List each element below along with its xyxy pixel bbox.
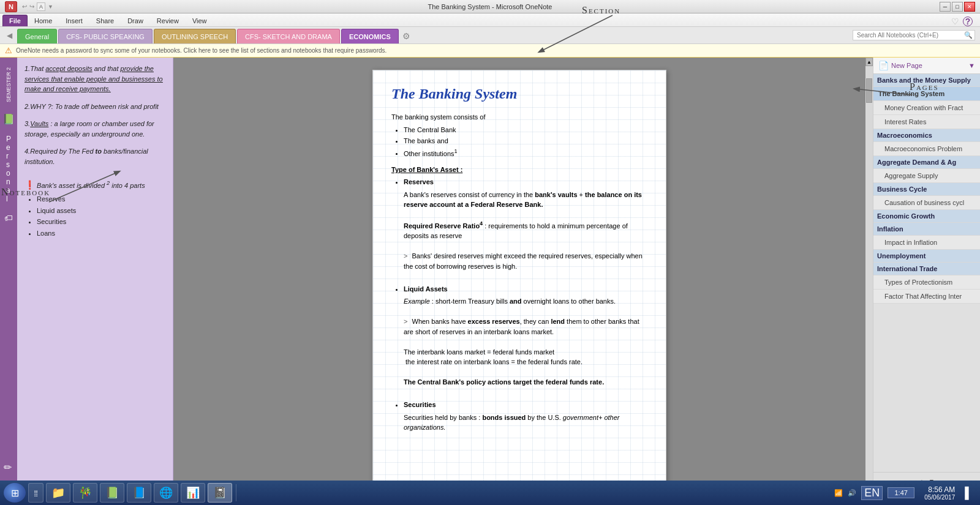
page-inflation[interactable]: Inflation [873, 223, 980, 236]
new-page-icon: 📄 [878, 61, 889, 70]
undo-btn[interactable]: ↩ [22, 3, 27, 10]
intro-item-other: Other institutions1 [404, 148, 647, 159]
taskbar-evernote[interactable]: 🎋 [73, 483, 97, 503]
content-area[interactable]: The Banking System The banking system co… [173, 58, 865, 490]
tab-review[interactable]: Review [150, 15, 186, 26]
page-banking-system[interactable]: The Banking System [873, 87, 980, 101]
personal-label[interactable]: Personal [6, 135, 11, 203]
volume-icon: 🔊 [848, 489, 856, 496]
section-tab-economics[interactable]: ECONOMICS [341, 29, 399, 43]
page-unemployment[interactable]: Unemployment [873, 250, 980, 263]
taskbar-word[interactable]: 📘 [127, 483, 151, 503]
start-button[interactable] [4, 483, 26, 503]
page-content: The Banking System The banking system co… [391, 83, 647, 433]
asset-section: Type of Bank's Asset : Reserves A bank's… [391, 165, 647, 433]
add-section-btn[interactable]: ⚙ [400, 29, 413, 43]
redo-btn[interactable]: ↪ [29, 3, 34, 10]
file-explorer-icon: 📁 [51, 486, 65, 499]
onenote-icon: 📓 [213, 486, 227, 499]
excess-reserves: > When banks have excess reserves, they … [404, 316, 647, 337]
page-money-creation[interactable]: Money Creation with Fract [873, 101, 980, 115]
title-bar: N ↩ ↪ A ▼ The Banking System - Microsoft… [0, 0, 980, 13]
page-aggregate-demand[interactable]: Aggregate Demand & Ag [873, 156, 980, 169]
note-text-5: Bank's asset is divided 2 into 4 parts [37, 182, 145, 189]
taskbar-excel[interactable]: 📗 [100, 483, 124, 503]
page-economic-growth[interactable]: Economic Growth [873, 210, 980, 223]
ime-indicator[interactable]: 1:47 [888, 487, 914, 498]
nav-prev-btn[interactable]: ◀ [2, 29, 16, 43]
page-impact-inflation[interactable]: Impact in Inflation [873, 236, 980, 250]
notification-bar[interactable]: ⚠ OneNote needs a password to sync some … [0, 44, 980, 58]
tab-home[interactable]: Home [28, 15, 59, 26]
scroll-thumb[interactable] [866, 78, 872, 103]
liquid-example: Example : short-term Treasury bills and … [404, 296, 647, 307]
section-tabs: ◀ General CFS- PUBLIC SPEAKING OUTLINING… [0, 27, 980, 44]
note-text-4: 4.Required by The Fed to banks/financial… [24, 148, 148, 165]
section-tab-general[interactable]: General [17, 29, 57, 43]
help-icon[interactable]: ? [963, 17, 973, 26]
page-business-cycle[interactable]: Business Cycle [873, 183, 980, 196]
page-macro-problem[interactable]: Macroeconomics Problem [873, 142, 980, 156]
quick-format-btn[interactable]: A [37, 2, 45, 11]
page-banks-money[interactable]: Banks and the Money Supply [873, 74, 980, 87]
taskbar-grip[interactable]: ⣿ [28, 483, 43, 503]
minimize-btn[interactable]: ─ [940, 2, 951, 12]
tag-icon[interactable]: 🏷 [4, 213, 13, 223]
chrome-icon: 🌐 [159, 486, 173, 499]
search-icon: 🔍 [964, 31, 973, 39]
tab-view[interactable]: View [186, 15, 214, 26]
intro-list: The Central Bank The banks and Other ins… [391, 125, 647, 159]
page-protectionism[interactable]: Types of Protectionism [873, 275, 980, 290]
language-indicator[interactable]: EN [861, 486, 883, 500]
securities-text: Securities held by banks : bonds issued … [404, 413, 647, 433]
tab-draw[interactable]: Draw [121, 15, 150, 26]
taskbar-file-explorer[interactable]: 📁 [46, 483, 70, 503]
intro-text: The banking system consists of [391, 113, 485, 121]
maximize-btn[interactable]: □ [952, 2, 963, 12]
assets-item-securities: Securities [37, 217, 165, 227]
page-macroeconomics[interactable]: Macroeconomics [873, 129, 980, 142]
close-btn[interactable]: ✕ [964, 2, 975, 12]
page-interest-rates[interactable]: Interest Rates [873, 115, 980, 129]
taskbar-onenote[interactable]: 📓 [208, 483, 232, 503]
page-title: The Banking System [391, 83, 647, 105]
assets-item-liquid: Liquid assets [37, 206, 165, 216]
search-input[interactable] [853, 30, 975, 40]
intro-item-central: The Central Bank [404, 125, 647, 135]
page-causation[interactable]: Causation of business cycl [873, 196, 980, 210]
taskbar-chrome[interactable]: 🌐 [154, 483, 178, 503]
page-international-trade[interactable]: International Trade [873, 263, 980, 275]
reserves-header: Reserves [404, 177, 647, 187]
notebook-icon[interactable]: 📗 [2, 113, 15, 125]
tab-insert[interactable]: Insert [59, 15, 89, 26]
section-tab-public-speaking[interactable]: CFS- PUBLIC SPEAKING [58, 29, 153, 43]
main-layout: SEMESTER 2 📗 Personal 🏷 ✏ 1.That accept … [0, 58, 980, 490]
semester-label[interactable]: SEMESTER 2 [4, 64, 13, 106]
page-aggregate-supply[interactable]: Aggregate Supply [873, 169, 980, 183]
section-tab-outlining[interactable]: OUTLINING SPEECH [154, 29, 236, 43]
intro-item-banks: The banks and [404, 136, 647, 146]
quick-toolbar-dropdown[interactable]: ▼ [48, 4, 53, 10]
edit-icon[interactable]: ✏ [4, 462, 12, 473]
evernote-icon: 🎋 [78, 486, 92, 499]
assets-list: Reserves Liquid assets Securities Loans [24, 194, 165, 238]
note-item-4: 4.Required by The Fed to banks/financial… [24, 146, 165, 166]
scroll-track[interactable] [865, 66, 873, 482]
note-text-2: 2.WHY ?: To trade off between risk and p… [24, 103, 159, 110]
desired-reserves: > Banks' desired reserves might exceed t… [404, 251, 647, 271]
page-factor-affecting[interactable]: Factor That Affecting Inter [873, 290, 980, 304]
new-page-btn[interactable]: 📄 New Page ▼ [873, 58, 980, 74]
section-tab-sketch[interactable]: CFS- SKETCH AND DRAMA [237, 29, 340, 43]
note-text-3: 3.Vaults : a large room or chamber used … [24, 120, 154, 138]
tab-file[interactable]: File [2, 15, 28, 26]
scroll-up-btn[interactable]: ▲ [865, 58, 873, 66]
asset-types: Reserves [391, 177, 647, 187]
liquid-assets-item: Liquid Assets [404, 284, 647, 294]
v-scrollbar[interactable]: ▲ ▼ [865, 58, 873, 490]
tab-share[interactable]: Share [89, 15, 121, 26]
left-sidebar: SEMESTER 2 📗 Personal 🏷 ✏ [0, 58, 17, 490]
central-bank-target: The Central Bank's policy actions target… [404, 377, 647, 387]
taskbar-powerpoint[interactable]: 📊 [181, 483, 205, 503]
new-page-dropdown[interactable]: ▼ [968, 62, 975, 69]
show-desktop-btn[interactable]: ▌ [965, 487, 973, 499]
